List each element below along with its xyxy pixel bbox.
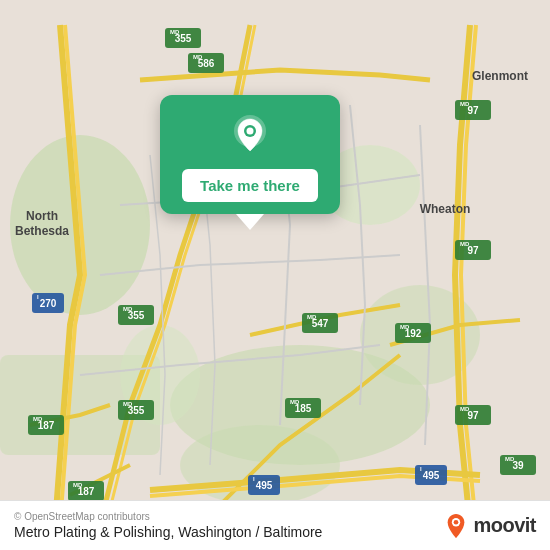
svg-text:MD: MD bbox=[33, 416, 43, 422]
svg-point-64 bbox=[454, 519, 459, 524]
svg-text:495: 495 bbox=[423, 470, 440, 481]
svg-text:MD: MD bbox=[123, 306, 133, 312]
svg-text:MD: MD bbox=[73, 482, 83, 488]
svg-text:Bethesda: Bethesda bbox=[15, 224, 69, 238]
map-container: 355 MD 586 MD 270 I 97 MD 97 MD 355 MD 5… bbox=[0, 0, 550, 550]
svg-text:MD: MD bbox=[400, 324, 410, 330]
take-me-there-button[interactable]: Take me there bbox=[182, 169, 318, 202]
svg-text:MD: MD bbox=[290, 399, 300, 405]
svg-text:MD: MD bbox=[170, 29, 180, 35]
svg-text:North: North bbox=[26, 209, 58, 223]
svg-point-62 bbox=[247, 128, 254, 135]
svg-text:495: 495 bbox=[256, 480, 273, 491]
location-name: Metro Plating & Polishing, Washington / … bbox=[14, 524, 322, 540]
popup-card: Take me there bbox=[160, 95, 340, 214]
svg-text:MD: MD bbox=[460, 241, 470, 247]
bottom-left: © OpenStreetMap contributors Metro Plati… bbox=[14, 511, 322, 540]
location-pin-icon bbox=[226, 111, 274, 159]
svg-text:MD: MD bbox=[307, 314, 317, 320]
svg-text:MD: MD bbox=[193, 54, 203, 60]
svg-text:Glenmont: Glenmont bbox=[472, 69, 528, 83]
copyright-text: © OpenStreetMap contributors bbox=[14, 511, 322, 522]
moovit-logo-pin-icon bbox=[445, 513, 467, 539]
moovit-text: moovit bbox=[473, 514, 536, 537]
svg-text:Wheaton: Wheaton bbox=[420, 202, 471, 216]
moovit-logo: moovit bbox=[445, 513, 536, 539]
svg-text:MD: MD bbox=[505, 456, 515, 462]
bottom-bar: © OpenStreetMap contributors Metro Plati… bbox=[0, 500, 550, 550]
svg-text:MD: MD bbox=[123, 401, 133, 407]
svg-text:MD: MD bbox=[460, 101, 470, 107]
svg-text:270: 270 bbox=[40, 298, 57, 309]
svg-text:MD: MD bbox=[460, 406, 470, 412]
map-background: 355 MD 586 MD 270 I 97 MD 97 MD 355 MD 5… bbox=[0, 0, 550, 550]
